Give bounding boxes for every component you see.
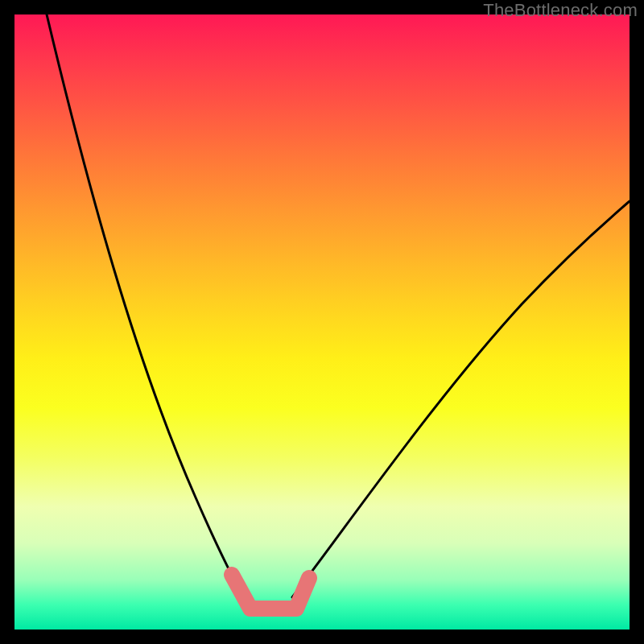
curve-right: [292, 201, 630, 597]
bottleneck-curve: [14, 14, 630, 630]
plot-area: [14, 14, 630, 630]
watermark-label: TheBottleneck.com: [483, 0, 638, 21]
curve-left: [47, 14, 246, 601]
chart-frame: TheBottleneck.com: [0, 0, 644, 644]
optimal-marker: [232, 575, 309, 609]
